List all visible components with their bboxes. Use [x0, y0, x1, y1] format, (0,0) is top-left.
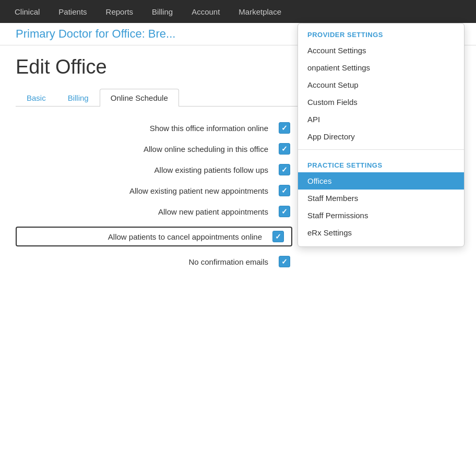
nav-billing[interactable]: Billing [142, 0, 182, 23]
account-dropdown: PROVIDER SETTINGS Account Settings onpat… [298, 23, 465, 247]
nav-clinical[interactable]: Clinical [5, 0, 49, 23]
tab-billing[interactable]: Billing [57, 89, 100, 107]
label-existing-followups: Allow existing patients follow ups [16, 164, 277, 175]
checkbox-new-patient-appts[interactable] [277, 206, 292, 217]
dropdown-account-settings[interactable]: Account Settings [298, 42, 464, 59]
checkbox-no-confirmation[interactable] [277, 256, 292, 267]
form-row-1: Allow online scheduling in this office [16, 143, 292, 155]
checkbox-checked-3[interactable] [279, 185, 290, 196]
checkbox-checked-2[interactable] [279, 164, 290, 175]
top-nav: Clinical Patients Reports Billing Accoun… [0, 0, 476, 23]
dropdown-account-setup[interactable]: Account Setup [298, 76, 464, 93]
label-no-confirmation: No confirmation emails [16, 256, 277, 267]
tab-basic[interactable]: Basic [16, 89, 57, 107]
provider-settings-title: PROVIDER SETTINGS [298, 23, 464, 42]
checkbox-checked-0[interactable] [279, 122, 290, 134]
form-row-3: Allow existing patient new appointments [16, 185, 292, 196]
label-allow-scheduling: Allow online scheduling in this office [16, 144, 277, 155]
form-row-0: Show this office information online [16, 122, 292, 134]
dropdown-divider [298, 149, 464, 150]
sub-header-text: Primary Doctor for Office: Bre... [16, 27, 175, 40]
tab-online-schedule[interactable]: Online Schedule [100, 89, 179, 107]
form-row-4: Allow new patient appointments [16, 206, 292, 217]
nav-account[interactable]: Account [182, 0, 229, 23]
practice-settings-title: PRACTICE SETTINGS [298, 154, 464, 172]
dropdown-api[interactable]: API [298, 111, 464, 128]
nav-patients[interactable]: Patients [49, 0, 96, 23]
checkbox-cancel-appts[interactable] [270, 231, 286, 242]
dropdown-staff-permissions[interactable]: Staff Permissions [298, 207, 464, 224]
checkbox-existing-new-appts[interactable] [277, 185, 292, 196]
label-existing-new-appts: Allow existing patient new appointments [16, 185, 277, 196]
label-cancel-appts: Allow patients to cancel appointments on… [22, 231, 270, 242]
dropdown-erx-settings[interactable]: eRx Settings [298, 224, 464, 241]
dropdown-onpatient-settings[interactable]: onpatient Settings [298, 59, 464, 76]
checkbox-existing-followups[interactable] [277, 164, 292, 175]
nav-reports[interactable]: Reports [97, 0, 143, 23]
nav-marketplace[interactable]: Marketplace [229, 0, 291, 23]
dropdown-app-directory[interactable]: App Directory [298, 128, 464, 145]
checkbox-checked-4[interactable] [279, 206, 290, 217]
form-row-5-highlighted: Allow patients to cancel appointments on… [16, 227, 292, 246]
checkbox-allow-scheduling[interactable] [277, 143, 292, 155]
form-row-2: Allow existing patients follow ups [16, 164, 292, 175]
dropdown-staff-members[interactable]: Staff Members [298, 190, 464, 207]
label-show-office: Show this office information online [16, 123, 277, 134]
checkbox-show-office[interactable] [277, 122, 292, 134]
form-row-6: No confirmation emails [16, 256, 292, 267]
dropdown-offices[interactable]: Offices [298, 172, 464, 190]
checkbox-checked-6[interactable] [279, 256, 290, 267]
checkbox-checked-1[interactable] [279, 143, 290, 155]
label-new-patient-appts: Allow new patient appointments [16, 206, 277, 217]
checkbox-checked-5[interactable] [272, 231, 284, 242]
dropdown-custom-fields[interactable]: Custom Fields [298, 93, 464, 111]
